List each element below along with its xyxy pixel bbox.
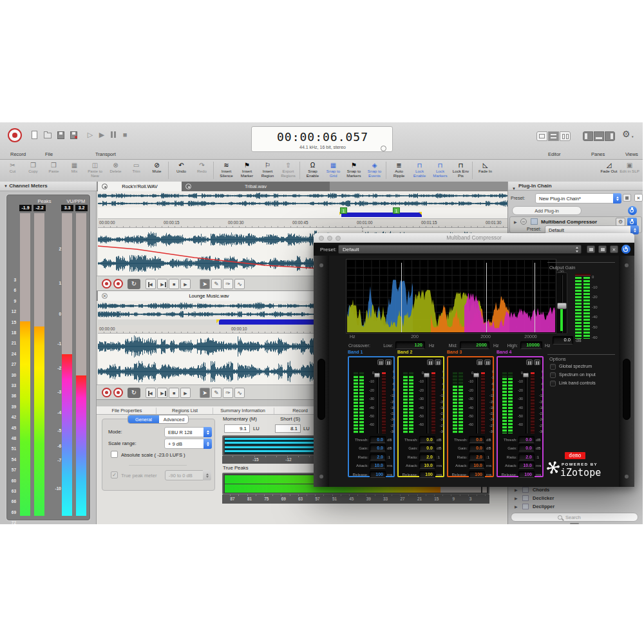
chain-close-button[interactable]: ✕ <box>634 194 643 202</box>
tab-audio-icon[interactable] <box>102 184 108 189</box>
toolbar-button-export-regions[interactable]: ⇧Export Regions <box>278 161 298 180</box>
plugin-window-titlebar[interactable]: Multiband Compressor <box>314 233 634 243</box>
plugin-list-item[interactable]: ▶Declipper <box>509 502 641 511</box>
editor-single-view-button[interactable] <box>536 131 547 141</box>
play-button[interactable]: ▶ <box>180 279 191 289</box>
plugin-chain-header[interactable]: ▼Plug-In Chain <box>508 182 643 191</box>
skip-back-button[interactable]: ◀ <box>146 279 156 289</box>
plugin-list-item[interactable]: ▶Declicker <box>509 494 641 502</box>
band-solo-icon[interactable] <box>427 359 433 365</box>
band-bypass-icon[interactable] <box>534 359 540 365</box>
toolbar-button-snap-to-events[interactable]: ◈Snap to Events <box>365 161 384 180</box>
search-input[interactable]: Search <box>511 513 638 522</box>
band-solo-icon[interactable] <box>526 359 533 365</box>
band-control-field[interactable]: 2.0 <box>518 453 535 460</box>
toolbar-button-mute[interactable]: ⊘Mute <box>147 161 167 180</box>
band-bypass-icon[interactable] <box>435 359 441 365</box>
envelope-tool-button[interactable]: ∿ <box>234 388 245 398</box>
panes-bottom-button[interactable] <box>594 131 604 141</box>
preset-delete-button[interactable]: ✕ <box>610 245 618 253</box>
band-control-field[interactable]: 10.0 <box>469 462 485 469</box>
bottom-tab-summary-information[interactable]: Summary Information <box>214 406 272 415</box>
band-control-field[interactable]: 2.0 <box>419 453 435 460</box>
record-alt-button[interactable] <box>113 388 123 397</box>
band-control-field[interactable]: 100 <box>518 471 535 478</box>
loop-playback-button[interactable]: ↻ <box>128 279 140 289</box>
band-control-field[interactable]: 100 <box>419 471 435 478</box>
toolbar-button-mix[interactable]: ▦Mix <box>64 161 84 180</box>
editor-stacked-view-button[interactable] <box>548 131 559 141</box>
band-solo-icon[interactable] <box>477 359 483 365</box>
toolbar-button-insert-region[interactable]: ⚐Insert Region <box>258 161 278 180</box>
output-gain-slider[interactable] <box>556 272 567 334</box>
preset-save-button[interactable] <box>587 245 595 253</box>
expand-triangle-icon[interactable]: ▶ <box>514 220 517 224</box>
slider-handle-icon[interactable] <box>557 303 567 309</box>
record-button[interactable] <box>102 279 111 289</box>
chain-preset-dropdown[interactable]: New Plug-in Chain* <box>535 193 621 204</box>
record-alt-button[interactable] <box>113 279 123 289</box>
band-control-field[interactable]: 100 <box>469 471 485 478</box>
play-button[interactable]: ▶ <box>97 129 107 140</box>
band-control-field[interactable]: 10.0 <box>419 462 435 469</box>
panel-resize-handle[interactable] <box>570 523 579 524</box>
pencil-tool-button[interactable]: ✎ <box>211 279 222 289</box>
timeline-ruler[interactable]: 00:00:0000:00:1500:00:3000:00:4500:01:00… <box>98 219 507 228</box>
band-control-field[interactable]: 2.0 <box>469 453 485 460</box>
toolbar-button-lock-markers[interactable]: ⊓Lock Markers <box>430 161 450 180</box>
band-threshold-handle-icon[interactable] <box>473 373 479 377</box>
new-file-button[interactable] <box>30 130 40 140</box>
toolbar-button-paste-to-new[interactable]: ◫Paste to New <box>85 161 105 180</box>
toolbar-button-delete[interactable]: ⊗Delete <box>106 161 126 180</box>
multiband-compressor-window[interactable]: Multiband CompressorPreset:Default✕-20-3… <box>314 233 634 487</box>
toolbar-button-redo[interactable]: ↷Redo <box>192 161 212 180</box>
record-button[interactable] <box>102 388 111 397</box>
selection-start-handle-icon[interactable] <box>216 319 220 323</box>
band-control-field[interactable]: 0.0 <box>469 444 485 451</box>
skip-forward-button[interactable]: ▶ <box>157 279 167 289</box>
loop-playback-button[interactable]: ↻ <box>128 388 140 398</box>
band-slider-groove[interactable] <box>476 372 477 433</box>
opt-global-spectrum-checkbox[interactable] <box>550 364 556 370</box>
absolute-scale-checkbox[interactable] <box>111 451 118 458</box>
band-control-field[interactable]: 0.0 <box>518 436 535 443</box>
save-button[interactable] <box>55 130 66 140</box>
band-bypass-icon[interactable] <box>385 359 392 365</box>
toolbar-button-cut[interactable]: ✂Cut <box>3 161 23 180</box>
chain-save-button[interactable] <box>623 194 631 202</box>
envelope-tool-button[interactable]: ∿ <box>234 279 245 289</box>
band-control-field[interactable]: 10.0 <box>518 462 535 469</box>
add-plugin-button[interactable]: Add Plug-in <box>512 206 582 215</box>
spectrum-display[interactable] <box>347 260 555 332</box>
toolbar-button-paste[interactable]: ❒Paste <box>44 161 64 180</box>
paint-tool-button[interactable]: ✑ <box>223 279 233 289</box>
band-slider-groove[interactable] <box>526 372 527 433</box>
toolbar-button-snap-enable[interactable]: ΩSnap Enable <box>303 161 323 180</box>
crossover-low-field[interactable]: 120 <box>395 341 425 349</box>
opt-spectrum-on-input-checkbox[interactable] <box>550 372 556 378</box>
play-button[interactable]: ▶ <box>180 388 191 398</box>
pause-button[interactable] <box>108 129 118 140</box>
band-threshold-handle-icon[interactable] <box>374 373 380 377</box>
band-control-field[interactable]: 0.0 <box>469 436 485 443</box>
bottom-tab-regions-list[interactable]: Regions List <box>156 406 214 415</box>
panes-right-button[interactable] <box>605 131 615 141</box>
editor-tab[interactable]: ✕Lounge Music.wav <box>98 291 320 301</box>
record-button[interactable] <box>8 128 22 142</box>
paint-tool-button[interactable]: ✑ <box>223 388 233 398</box>
region-end-handle-icon[interactable] <box>419 212 422 215</box>
band-threshold-handle-icon[interactable] <box>424 373 430 377</box>
band-slider-groove[interactable] <box>377 372 378 433</box>
band-solo-icon[interactable] <box>377 359 384 365</box>
toolbar-button-fade-in[interactable]: ◺Fade In <box>475 161 495 180</box>
toolbar-button-lock-enable[interactable]: ⊓Lock Enable <box>410 161 430 180</box>
toolbar-button-snap-to-grid[interactable]: ▦Snap to Grid <box>323 161 343 180</box>
play-normal-button[interactable]: ▷ <box>85 129 95 140</box>
skip-back-button[interactable]: ◀ <box>146 388 156 398</box>
toolbar-button-fade-out[interactable]: ◿Fade Out <box>599 161 619 180</box>
true-peak-checkbox[interactable]: ✓ <box>111 471 118 478</box>
plugin-power-button[interactable] <box>621 245 630 254</box>
toolbar-button-trim[interactable]: ▭Trim <box>126 161 146 180</box>
open-file-button[interactable] <box>43 130 53 140</box>
marker-flag[interactable]: 1 <box>393 207 400 214</box>
